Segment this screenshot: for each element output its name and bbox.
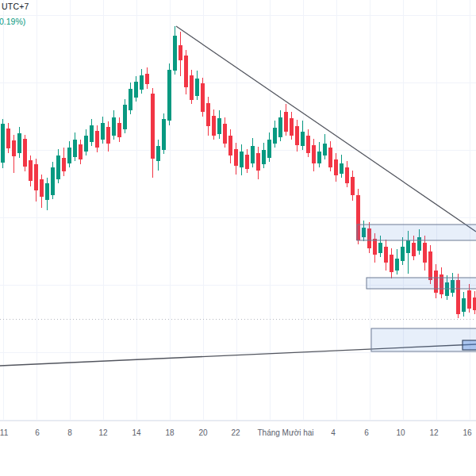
candle <box>162 113 166 154</box>
candle-body <box>278 117 282 137</box>
time-axis[interactable]: 11681214182022Tháng Mười hai46101216 <box>0 421 476 438</box>
candle-body <box>117 123 121 137</box>
price-chart-canvas[interactable]: 11681214182022Tháng Mười hai46101216 <box>0 0 476 476</box>
candle <box>340 155 344 178</box>
candle <box>23 135 27 171</box>
candle-body <box>223 124 227 144</box>
candle <box>73 132 77 161</box>
candle-body <box>178 45 182 60</box>
candle-body <box>384 247 388 263</box>
candle-body <box>473 298 476 310</box>
time-axis-label: 6 <box>364 428 369 437</box>
candle <box>301 121 305 150</box>
candle-body <box>317 152 321 163</box>
candle-body <box>212 116 216 136</box>
candle-body <box>412 243 416 256</box>
candle <box>40 175 44 208</box>
candle <box>228 129 232 163</box>
candle-body <box>273 128 277 144</box>
candle-body <box>228 136 232 155</box>
candle <box>195 71 199 100</box>
candle <box>167 63 171 125</box>
candle <box>312 139 316 171</box>
candle <box>140 69 144 94</box>
candle-body <box>145 74 149 84</box>
candle <box>328 141 332 171</box>
candle-body <box>428 251 432 280</box>
candle <box>51 162 55 199</box>
candle-body <box>123 105 127 129</box>
candle-body <box>256 153 260 171</box>
candle-body <box>328 148 332 167</box>
candle <box>345 161 349 187</box>
time-axis-label: 11 <box>0 428 9 437</box>
candle <box>29 155 33 186</box>
candle <box>245 149 249 173</box>
candle <box>401 237 405 265</box>
candle <box>240 144 244 175</box>
candle <box>90 119 94 146</box>
candle-body <box>201 83 205 112</box>
candle-body <box>84 136 88 152</box>
supply-zone-upper[interactable] <box>357 225 476 240</box>
candle-body <box>351 177 355 195</box>
candle-body <box>240 152 244 167</box>
candle <box>384 240 388 271</box>
candle-body <box>151 94 155 159</box>
candle <box>1 119 5 168</box>
candle-body <box>467 290 471 309</box>
candle-body <box>217 118 221 134</box>
candle-body <box>262 150 266 164</box>
candle-body <box>79 144 83 159</box>
supply-zone-middle[interactable] <box>367 278 476 289</box>
candle-body <box>162 119 166 150</box>
candle <box>256 147 260 179</box>
candle-body <box>156 146 160 161</box>
candle <box>212 109 216 140</box>
candle <box>390 248 393 278</box>
candle-body <box>406 240 410 253</box>
candle <box>151 88 155 178</box>
candle <box>267 132 271 162</box>
candle-body <box>17 133 21 153</box>
candle-body <box>206 103 210 126</box>
candle <box>156 140 160 171</box>
candle-body <box>306 136 310 153</box>
candle-body <box>29 160 33 181</box>
candle-body <box>23 139 27 167</box>
candle-body <box>1 124 5 163</box>
candle-body <box>390 255 393 272</box>
time-axis-label: Tháng Mười hai <box>257 428 313 437</box>
candle <box>129 83 132 114</box>
candle <box>234 143 238 175</box>
candle <box>12 135 16 173</box>
candle-body <box>295 126 299 145</box>
candle-body <box>312 145 316 163</box>
candle <box>351 171 355 201</box>
candle <box>323 134 327 159</box>
candle <box>117 117 121 142</box>
candle-body <box>101 123 105 140</box>
time-axis-label: 12 <box>429 428 439 437</box>
candle-body <box>34 164 38 190</box>
candle-body <box>173 36 177 71</box>
candle-body <box>345 167 349 183</box>
candle-body <box>462 298 466 312</box>
candle-body <box>67 148 71 163</box>
candles-layer <box>1 26 476 318</box>
candle <box>278 110 282 141</box>
demand-zone-inner[interactable] <box>463 340 476 350</box>
candle <box>462 292 466 317</box>
candle-body <box>45 183 49 200</box>
candle <box>295 120 299 152</box>
candle <box>6 123 10 153</box>
candle <box>106 121 110 152</box>
demand-zone-lower[interactable] <box>371 328 476 351</box>
candle-body <box>401 247 405 261</box>
candle <box>84 129 88 155</box>
candle <box>173 26 177 75</box>
candle-body <box>373 239 377 255</box>
candle-body <box>90 125 94 142</box>
time-axis-label: 20 <box>198 428 208 437</box>
candle-body <box>6 129 10 148</box>
